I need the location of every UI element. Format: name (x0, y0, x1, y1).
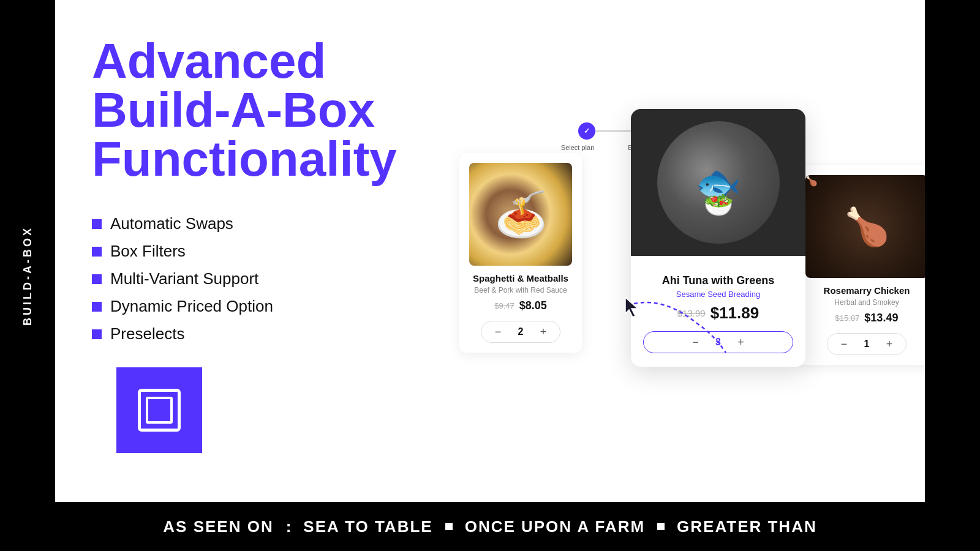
list-item: Automatic Swaps (92, 214, 447, 233)
logo-icon (138, 389, 181, 432)
product-card-3: 🍗 Rosemarry Chicken Herbal and Smokey $1… (796, 165, 925, 365)
bullet-icon (92, 329, 102, 339)
feature-list: Automatic Swaps Box Filters Multi-Varian… (92, 214, 447, 343)
card-2-name: Ahi Tuna with Greens (643, 274, 793, 287)
card-1-name: Spaghetti & Meatballs (473, 273, 568, 283)
ticker-item-3: GREATER THAN (677, 517, 817, 536)
ticker-colon: : (286, 517, 292, 536)
card-3-name: Rosemarry Chicken (824, 285, 910, 296)
card-1-original-price: $9.47 (494, 301, 514, 310)
card-1-increment-button[interactable]: + (537, 325, 550, 339)
bullet-icon (92, 219, 102, 229)
tuna-plate-inner: 🐟 (657, 121, 780, 244)
card-1-prices: $9.47 $8.05 (494, 299, 547, 312)
ticker-dot-2 (657, 523, 665, 530)
left-sidebar: BUILD-A-BOX (0, 0, 55, 551)
ticker-bar: AS SEEN ON : SEA TO TABLE ONCE UPON A FA… (0, 502, 980, 551)
ticker-dot-1 (445, 523, 453, 530)
product-card-1: Spaghetti & Meatballs Beef & Pork with R… (459, 153, 582, 353)
card-3-increment-button[interactable]: + (883, 337, 896, 351)
list-item: Box Filters (92, 242, 447, 261)
bullet-icon (92, 247, 102, 257)
list-item: Preselects (92, 324, 447, 343)
sidebar-label: BUILD-A-BOX (21, 226, 34, 326)
hero-section: Advanced Build-A-Box Functionality Autom… (92, 37, 447, 352)
bullet-icon (92, 302, 102, 312)
ticker-item-2: ONCE UPON A FARM (465, 517, 645, 536)
ticker-item-1: SEA TO TABLE (303, 517, 432, 536)
cursor-arrow (616, 291, 738, 367)
ticker-prefix: AS SEEN ON (163, 517, 273, 536)
card-3-quantity-control[interactable]: − 1 + (827, 333, 907, 355)
card-1-current-price: $8.05 (519, 299, 547, 312)
spaghetti-image (469, 163, 572, 266)
step-1-dot: ✓ (578, 122, 595, 140)
hero-title: Advanced Build-A-Box Functionality (92, 37, 447, 184)
card-3-subtitle: Herbal and Smokey (834, 298, 899, 307)
bullet-icon (92, 274, 102, 284)
greens-decoration: 🥗 (703, 190, 734, 219)
card-1-decrement-button[interactable]: − (491, 325, 505, 339)
card-1-subtitle: Beef & Pork with Red Sauce (474, 286, 567, 294)
logo-box (116, 367, 202, 453)
list-item: Multi-Variant Support (92, 269, 447, 288)
card-3-current-price: $13.49 (864, 312, 898, 324)
card-1-quantity-control[interactable]: − 2 + (481, 321, 560, 343)
card-3-quantity: 1 (861, 339, 873, 350)
chicken-image: 🍗 (805, 175, 925, 278)
list-item: Dynamic Priced Option (92, 297, 447, 316)
step-1-label: Select plan (561, 144, 594, 151)
card-3-decrement-button[interactable]: − (837, 337, 851, 351)
card-3-original-price: $15.87 (835, 313, 860, 323)
card-3-prices: $15.87 $13.49 (835, 312, 899, 324)
card-1-quantity: 2 (514, 326, 527, 337)
main-area: Advanced Build-A-Box Functionality Autom… (55, 0, 925, 502)
tuna-image: 🐟 🥗 (631, 109, 805, 256)
